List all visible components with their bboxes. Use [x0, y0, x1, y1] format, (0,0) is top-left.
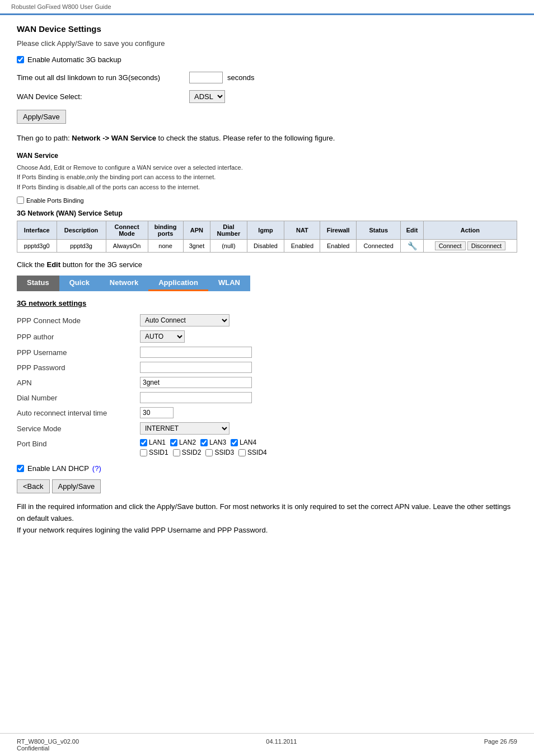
ppp-password-input[interactable] [140, 362, 252, 373]
ssid1-item: SSID1 [140, 449, 168, 456]
timeout-unit: seconds [227, 73, 254, 82]
wan-service-desc-1: Choose Add, Edit or Remove to configure … [17, 163, 517, 173]
ssid4-label: SSID4 [247, 449, 267, 456]
narrative-bold: Network -> WAN Service [72, 134, 156, 142]
cell-dial-number: (null) [210, 240, 247, 253]
lan3-label: LAN3 [209, 438, 226, 446]
cell-description: ppptd3g [57, 240, 106, 253]
dial-number-label: Dial Number [17, 394, 140, 402]
enable-lan-dhcp-label: Enable LAN DHCP [27, 464, 89, 473]
wan-device-subtitle: Please click Apply/Save to save you conf… [17, 39, 517, 48]
service-mode-select[interactable]: INTERNET SMS VOICE [140, 422, 229, 435]
lan2-checkbox[interactable] [170, 439, 177, 446]
page-footer: RT_W800_UG_v02.00 Confidential 04.11.201… [0, 733, 534, 756]
apn-label: APN [17, 379, 140, 387]
ssid2-label: SSID2 [182, 449, 202, 456]
footer-page: Page 26 /59 [484, 738, 517, 752]
ppp-username-label: PPP Username [17, 348, 140, 357]
lan4-item: LAN4 [231, 438, 256, 446]
ppp-connect-mode-select-wrap: Auto Connect Manual [140, 314, 229, 326]
ssid1-label: SSID1 [149, 449, 168, 456]
click-edit-after: button for the 3G service [63, 260, 142, 269]
settings-apply-save-button[interactable]: Apply/Save [52, 479, 101, 493]
cell-connect-mode: AlwaysOn [106, 240, 148, 253]
tab-wlan[interactable]: WLAN [208, 276, 250, 291]
col-edit: Edit [401, 221, 423, 240]
col-firewall: Firewall [320, 221, 357, 240]
apply-save-button[interactable]: Apply/Save [17, 110, 66, 124]
col-interface: Interface [17, 221, 57, 240]
enable-3g-backup-checkbox[interactable] [17, 56, 24, 63]
timeout-input[interactable]: 10 [189, 72, 223, 83]
col-apn: APN [183, 221, 210, 240]
lan1-checkbox[interactable] [140, 439, 147, 446]
edit-button[interactable]: 🔧 [407, 241, 417, 250]
back-button[interactable]: <Back [17, 479, 50, 493]
header-title: Robustel GoFixed W800 User Guide [0, 0, 534, 13]
apn-input[interactable] [140, 377, 252, 388]
ppp-author-select[interactable]: AUTO PAP CHAP [140, 330, 185, 343]
tab-application[interactable]: Application [148, 276, 208, 291]
cell-status: Connected [357, 240, 401, 253]
footer-narrative-line1: Fill in the required information and cli… [17, 501, 517, 525]
dial-number-input[interactable] [140, 392, 252, 403]
page-header: Robustel GoFixed W800 User Guide [0, 0, 534, 15]
wan-device-select[interactable]: ADSL [189, 90, 225, 103]
cell-igmp: Disabled [247, 240, 284, 253]
enable-ports-binding-row: Enable Ports Binding [17, 197, 517, 204]
col-dial-number: DialNumber [210, 221, 247, 240]
lan3-checkbox[interactable] [200, 439, 208, 446]
ssid3-label: SSID3 [214, 449, 234, 456]
wan-service-desc-2: If Ports Binding is enable,only the bind… [17, 172, 517, 183]
ppp-author-row: PPP author AUTO PAP CHAP [17, 330, 517, 343]
disconnect-button[interactable]: Disconnect [467, 241, 505, 250]
ssid1-checkbox[interactable] [140, 449, 147, 456]
cell-apn: 3gnet [183, 240, 210, 253]
port-bind-row: Port Bind LAN1 LAN2 LAN3 [17, 438, 517, 456]
port-bind-options: LAN1 LAN2 LAN3 LAN4 [140, 438, 267, 456]
footer-left: RT_W800_UG_v02.00 Confidential [17, 738, 79, 752]
dhcp-help-link[interactable]: (?) [92, 464, 101, 473]
cell-firewall: Enabled [320, 240, 357, 253]
wan-device-settings-title: WAN Device Settings [17, 24, 517, 34]
enable-lan-dhcp-checkbox[interactable] [17, 465, 24, 472]
ppp-connect-mode-select[interactable]: Auto Connect Manual [140, 314, 229, 326]
ssid3-checkbox[interactable] [205, 449, 213, 456]
lan2-label: LAN2 [179, 438, 196, 446]
narrative-after: to check the status. Please refer to the… [156, 134, 335, 142]
lan2-item: LAN2 [170, 438, 196, 446]
port-bind-label: Port Bind [17, 438, 140, 448]
dhcp-row: Enable LAN DHCP (?) [17, 464, 517, 473]
auto-reconnect-input[interactable] [140, 407, 174, 418]
ppp-username-input[interactable] [140, 347, 252, 358]
apn-row: APN [17, 377, 517, 388]
settings-form: PPP Connect Mode Auto Connect Manual PPP… [17, 314, 517, 456]
wan-device-label: WAN Device Select: [17, 92, 185, 101]
table-title: 3G Network (WAN) Service Setup [17, 209, 517, 217]
service-mode-label: Service Mode [17, 424, 140, 433]
auto-reconnect-row: Auto reconnect interval time [17, 407, 517, 418]
ssid2-checkbox[interactable] [173, 449, 180, 456]
enable-ports-binding-checkbox[interactable] [17, 197, 24, 204]
auto-reconnect-label: Auto reconnect interval time [17, 409, 140, 417]
wan-service-table: Interface Description ConnectMode bindin… [17, 221, 517, 253]
cell-edit[interactable]: 🔧 [401, 240, 423, 253]
footer-narrative-line2: If your network requires logining the va… [17, 525, 517, 536]
ssid4-item: SSID4 [238, 449, 267, 456]
ppp-username-row: PPP Username [17, 347, 517, 358]
col-status: Status [357, 221, 401, 240]
ssid4-checkbox[interactable] [238, 449, 246, 456]
tab-network[interactable]: Network [100, 276, 148, 291]
lan4-checkbox[interactable] [231, 439, 238, 446]
connect-button[interactable]: Connect [435, 241, 466, 250]
lan1-item: LAN1 [140, 438, 166, 446]
col-igmp: Igmp [247, 221, 284, 240]
cell-action: Connect Disconnect [423, 240, 517, 253]
col-connect-mode: ConnectMode [106, 221, 148, 240]
timeout-label: Time out all dsl linkdown to run 3G(seco… [17, 73, 185, 82]
tab-quick[interactable]: Quick [59, 276, 100, 291]
click-edit-text: Click the Edit button for the 3G service [17, 260, 517, 269]
cell-nat: Enabled [284, 240, 320, 253]
tab-bar: Status Quick Network Application WLAN [17, 276, 517, 291]
tab-status[interactable]: Status [17, 276, 59, 291]
